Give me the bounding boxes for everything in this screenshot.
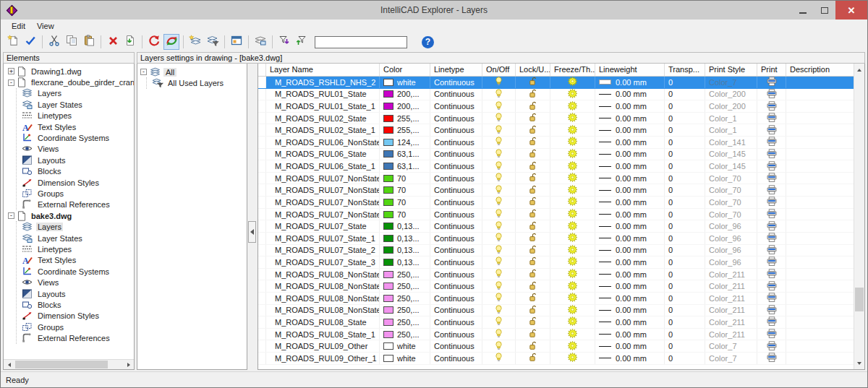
layer-linetype-cell[interactable]: Continuous	[430, 209, 482, 220]
lineweight-cell[interactable]: 0.00 mm	[595, 305, 665, 316]
description-cell[interactable]	[786, 124, 854, 136]
filter-apply-button[interactable]	[294, 34, 310, 50]
lineweight-cell[interactable]: 0.00 mm	[595, 269, 665, 280]
layer-color-cell[interactable]: 0,13...	[380, 256, 430, 268]
layer-color-cell[interactable]: 250,...	[380, 293, 430, 304]
tree-item-linetypes[interactable]: Linetypes	[17, 243, 134, 254]
on-off-toggle[interactable]	[482, 137, 516, 148]
column-header[interactable]: Linetype	[430, 64, 482, 76]
scroll-down-arrow-icon[interactable]	[854, 358, 864, 368]
freeze-toggle[interactable]	[550, 305, 595, 316]
tree-item-layer-states[interactable]: Layer States	[17, 233, 134, 243]
print-toggle[interactable]	[757, 233, 786, 244]
print-style-cell[interactable]: Color_1	[705, 113, 757, 124]
on-off-toggle[interactable]	[482, 256, 516, 268]
maximize-button[interactable]	[814, 1, 835, 20]
print-toggle[interactable]	[757, 160, 786, 172]
tree-item-blocks[interactable]: Blocks	[17, 299, 134, 310]
tree-item-text-styles[interactable]: AText Styles	[17, 121, 134, 132]
on-off-toggle[interactable]	[482, 160, 516, 172]
transparency-cell[interactable]: 0	[665, 160, 705, 172]
table-row[interactable]: M_ROADS_RUL02_State_1 255,... Continuous…	[258, 124, 854, 137]
freeze-toggle[interactable]	[550, 197, 595, 208]
table-row[interactable]: M_ROADS_RUL08_State_1 250,... Continuous…	[258, 329, 854, 341]
lineweight-cell[interactable]: 0.00 mm	[595, 256, 665, 268]
description-cell[interactable]	[786, 293, 854, 304]
tree-item-layers[interactable]: Layers	[17, 221, 134, 232]
paste-button[interactable]	[81, 34, 97, 50]
layer-name-cell[interactable]: M_ROADS_RUL07_State_3	[266, 256, 380, 268]
lock-toggle[interactable]	[516, 184, 550, 196]
layer-linetype-cell[interactable]: Continuous	[430, 353, 482, 364]
layer-color-cell[interactable]: 124,...	[380, 137, 430, 148]
lock-toggle[interactable]	[516, 220, 550, 232]
print-style-cell[interactable]: Color_200	[705, 89, 757, 100]
description-cell[interactable]	[786, 77, 854, 88]
on-off-toggle[interactable]	[482, 293, 516, 304]
lineweight-cell[interactable]: 0.00 mm	[595, 184, 665, 196]
layer-name-cell[interactable]: M_ROADS_RUL07_NonState	[266, 173, 380, 184]
tree-item-layouts[interactable]: Layouts	[17, 155, 134, 165]
lock-toggle[interactable]	[516, 353, 550, 364]
print-toggle[interactable]	[757, 340, 786, 352]
freeze-toggle[interactable]	[550, 173, 595, 184]
on-off-toggle[interactable]	[482, 340, 516, 352]
help-button[interactable]: ?	[422, 36, 434, 48]
layer-name-cell[interactable]: M_ROADS_RUL06_State_1	[266, 160, 380, 172]
table-row[interactable]: M_ROADS_RUL06_NonState 124,... Continuou…	[258, 137, 854, 149]
layer-name-cell[interactable]: M_ROADS_RUL02_State	[266, 113, 380, 124]
description-cell[interactable]	[786, 137, 854, 148]
layer-color-cell[interactable]: 63,1...	[380, 160, 430, 172]
column-header[interactable]: Lineweight	[595, 64, 665, 76]
tree-item-layers[interactable]: Layers	[17, 88, 134, 99]
lock-toggle[interactable]	[516, 245, 550, 256]
lineweight-cell[interactable]: 0.00 mm	[595, 316, 665, 328]
on-off-toggle[interactable]	[482, 77, 516, 88]
layer-color-cell[interactable]: 200,...	[380, 100, 430, 112]
print-toggle[interactable]	[757, 124, 786, 136]
cut-button[interactable]	[46, 34, 62, 50]
layer-color-cell[interactable]: 250,...	[380, 305, 430, 316]
on-off-toggle[interactable]	[482, 305, 516, 316]
lineweight-cell[interactable]: 0.00 mm	[595, 233, 665, 244]
freeze-toggle[interactable]	[550, 220, 595, 232]
table-row[interactable]: M_ROADS_RUL08_NonState_1 250,... Continu…	[258, 280, 854, 293]
tree-item-text-styles[interactable]: AText Styles	[17, 255, 134, 266]
layer-name-cell[interactable]: M_ROADS_RUL08_NonState_1	[266, 280, 380, 292]
panel-splitter[interactable]	[247, 64, 258, 370]
layer-name-cell[interactable]: M_ROADS_RSHLD_NHS_2	[266, 77, 380, 88]
layer-linetype-cell[interactable]: Continuous	[430, 329, 482, 340]
tree-item-drawing[interactable]: +Drawing1.dwg	[4, 66, 134, 77]
layer-name-cell[interactable]: M_ROADS_RUL07_State	[266, 220, 380, 232]
transparency-cell[interactable]: 0	[665, 316, 705, 328]
table-row[interactable]: M_ROADS_RUL07_State_2 0,13... Continuous…	[258, 245, 854, 257]
lineweight-cell[interactable]: 0.00 mm	[595, 100, 665, 112]
layer-name-cell[interactable]: M_ROADS_RUL01_State	[266, 89, 380, 100]
freeze-toggle[interactable]	[550, 100, 595, 112]
transparency-cell[interactable]: 0	[665, 209, 705, 220]
description-cell[interactable]	[786, 113, 854, 124]
transparency-cell[interactable]: 0	[665, 113, 705, 124]
table-row[interactable]: M_ROADS_RUL01_State_1 200,... Continuous…	[258, 100, 854, 113]
scroll-right-arrow-icon[interactable]	[123, 360, 134, 369]
filter-invert-button[interactable]	[276, 34, 292, 50]
table-row[interactable]: M_ROADS_RUL08_NonState_3 250,... Continu…	[258, 305, 854, 317]
layer-linetype-cell[interactable]: Continuous	[430, 137, 482, 148]
description-cell[interactable]	[786, 316, 854, 328]
print-style-cell[interactable]: Color_1	[705, 124, 757, 136]
table-row[interactable]: M_ROADS_RUL07_NonState_2 70 Continuous 0…	[258, 197, 854, 209]
lineweight-cell[interactable]: 0.00 mm	[595, 340, 665, 352]
on-off-toggle[interactable]	[482, 197, 516, 208]
print-style-cell[interactable]: Color_211	[705, 329, 757, 340]
tree-item-drawing[interactable]: -bake3.dwg	[4, 210, 134, 221]
table-row[interactable]: M_ROADS_RUL06_State_1 63,1... Continuous…	[258, 160, 854, 173]
menu-view[interactable]: View	[32, 20, 61, 32]
freeze-toggle[interactable]	[550, 137, 595, 148]
layer-linetype-cell[interactable]: Continuous	[430, 280, 482, 292]
print-toggle[interactable]	[757, 149, 786, 160]
layer-name-cell[interactable]: M_ROADS_RUL01_State_1	[266, 100, 380, 112]
print-toggle[interactable]	[757, 305, 786, 316]
on-off-toggle[interactable]	[482, 89, 516, 100]
description-cell[interactable]	[786, 329, 854, 340]
lock-toggle[interactable]	[516, 173, 550, 184]
